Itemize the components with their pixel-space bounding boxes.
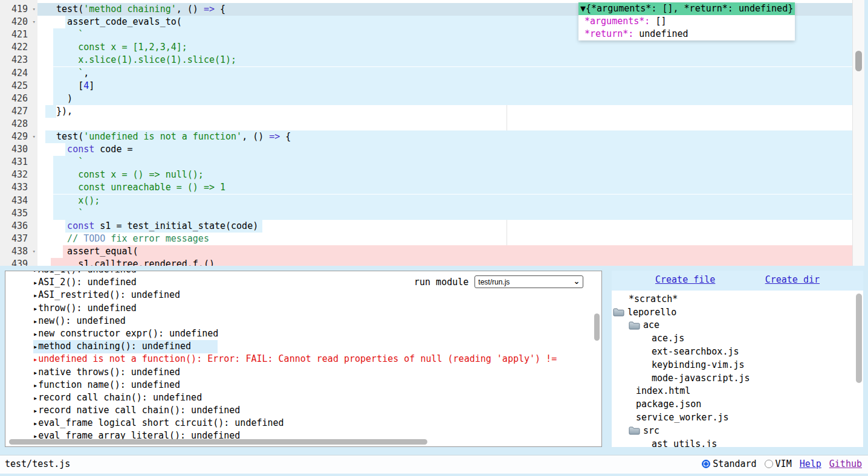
status-bar-controls: Standard VIM Help Github (702, 458, 862, 469)
tree-file[interactable]: index.html (612, 385, 855, 398)
code-line[interactable]: const unreachable = () => 1 (37, 181, 225, 194)
code-line[interactable]: [4] (37, 80, 94, 92)
expand-arrow-icon[interactable]: ▸ (33, 317, 37, 326)
keybinding-standard-option[interactable]: Standard (702, 458, 756, 469)
code-line[interactable]: s1.calltree.rendered.f.() (37, 258, 215, 266)
print-margin-line (507, 105, 507, 130)
code-line[interactable]: ) (37, 92, 73, 105)
gutter-line-number: 423 (0, 54, 37, 66)
code-line[interactable]: test('undefined is not a function', () =… (37, 130, 291, 143)
help-link[interactable]: Help (800, 458, 821, 469)
expand-arrow-icon[interactable]: ▸ (33, 271, 37, 274)
code-line[interactable]: x(); (37, 195, 100, 207)
tree-folder[interactable]: src (612, 424, 855, 437)
tree-item-label: keybinding-vim.js (652, 359, 745, 370)
test-result-row[interactable]: ▸native throws(): undefined (5, 366, 601, 379)
gutter-line-number: 433 (0, 181, 37, 194)
tree-folder[interactable]: ace (612, 319, 855, 332)
test-result-row[interactable]: ▸ASI_restrited(): undefined (5, 289, 601, 301)
tree-file[interactable]: ace.js (612, 332, 855, 345)
tree-scratch-buffer[interactable]: *scratch* (612, 292, 855, 306)
test-result-row[interactable]: ▸eval_frame logical short circuit(): und… (5, 417, 601, 429)
fold-toggle-icon[interactable]: ▾ (33, 245, 36, 258)
expand-arrow-icon[interactable]: ▸ (33, 278, 37, 287)
scrollbar-thumb[interactable] (855, 51, 862, 71)
tree-file[interactable]: service_worker.js (612, 411, 855, 424)
gutter-line-number: 427 (0, 105, 37, 118)
code-line[interactable]: ` (37, 28, 83, 41)
tree-item-label: ast_utils.js (652, 439, 717, 447)
test-result-row[interactable]: ▸new(): undefined (5, 315, 601, 327)
gutter-line-number: 431 (0, 156, 37, 169)
tree-item-label: mode-javascript.js (652, 373, 750, 384)
code-editor[interactable]: test('method chaining', () => { assert_c… (0, 0, 864, 266)
tree-folder[interactable]: leporello (612, 306, 855, 319)
test-result-text: eval_frame logical short circuit(): unde… (38, 417, 283, 428)
files-scrollbar-thumb[interactable] (856, 294, 862, 383)
tooltip-entry: *return*: undefined (578, 28, 795, 40)
expand-arrow-icon[interactable]: ▸ (33, 368, 37, 377)
code-line[interactable]: const code = (37, 143, 133, 156)
fold-toggle-icon[interactable]: ▾ (33, 130, 36, 143)
gutter-line-number: 437 (0, 233, 37, 245)
code-line[interactable]: }), (37, 105, 73, 118)
code-line[interactable] (37, 118, 45, 130)
code-line[interactable]: `, (37, 67, 89, 80)
gutter-line-number: 439 (0, 258, 37, 266)
create-file-link[interactable]: Create file (655, 274, 715, 291)
tree-item-label: service_worker.js (636, 412, 729, 423)
run-module-select[interactable]: test/run.js (474, 275, 583, 288)
code-line[interactable]: const x = [1,2,3,4]; (37, 41, 187, 54)
run-module-label: run module (414, 277, 468, 288)
test-result-row[interactable]: ▸new constructor expr(): undefined (5, 327, 601, 340)
tree-file[interactable]: keybinding-vim.js (612, 358, 855, 371)
code-line[interactable]: const x = () => null(); (37, 169, 204, 181)
code-line[interactable]: // TODO fix error messages (37, 233, 209, 245)
test-result-row[interactable]: ▸function name(): undefined (5, 379, 601, 391)
tree-file[interactable]: mode-javascript.js (612, 371, 855, 385)
expand-arrow-icon[interactable]: ▸ (33, 291, 37, 300)
code-line[interactable]: assert_code_evals_to( (37, 16, 182, 28)
code-line[interactable]: test('method chaining', () => { (37, 3, 225, 16)
code-line[interactable]: ` (37, 156, 83, 169)
expand-arrow-icon[interactable]: ▸ (33, 407, 37, 415)
status-bar: test/test.js Standard VIM Help Github (0, 455, 868, 474)
tree-file[interactable]: ext-searchbox.js (612, 345, 855, 358)
test-result-row[interactable]: ▸method chaining(): undefined (5, 340, 601, 353)
code-line[interactable]: ` (37, 207, 83, 220)
console-vertical-scrollbar[interactable] (594, 314, 600, 341)
github-link[interactable]: Github (829, 458, 862, 469)
test-result-text: ASI_1(): undefined (38, 271, 137, 275)
expand-arrow-icon[interactable]: ▸ (33, 355, 37, 364)
tree-file[interactable]: package.json (612, 397, 855, 411)
gutter-line-number: 438▾ (0, 245, 37, 258)
code-line[interactable]: x.slice(1).slice(1).slice(1); (37, 54, 236, 66)
code-line[interactable]: const s1 = test_initial_state(code) (37, 220, 258, 233)
console-horizontal-scrollbar[interactable] (9, 439, 427, 445)
fold-toggle-icon[interactable]: ▾ (33, 3, 36, 16)
tree-file[interactable]: ast_utils.js (612, 437, 855, 447)
code-line[interactable]: assert_equal( (37, 245, 138, 258)
test-result-row[interactable]: ▸undefined is not a function(): Error: F… (5, 353, 601, 365)
expand-arrow-icon[interactable]: ▸ (33, 394, 37, 402)
fold-toggle-icon[interactable]: ▾ (33, 16, 36, 28)
expand-arrow-icon[interactable]: ▸ (33, 330, 37, 338)
eval-highlight (65, 143, 852, 156)
test-result-row[interactable]: ▸record call chain(): undefined (5, 391, 601, 404)
test-result-row[interactable]: ▸record native call chain(): undefined (5, 404, 601, 417)
editor-gutter: 419▾420▾421422423424425426427428429▾4304… (0, 0, 37, 266)
tooltip-header[interactable]: ▼{*arguments*: [], *return*: undefined} (578, 2, 795, 15)
editor-scrollbar[interactable] (852, 0, 864, 266)
keybinding-vim-option[interactable]: VIM (765, 458, 792, 469)
expand-arrow-icon[interactable]: ▸ (33, 419, 37, 428)
radio-vim-icon[interactable] (765, 460, 773, 468)
eval-highlight (53, 156, 852, 169)
expand-arrow-icon[interactable]: ▸ (33, 304, 37, 313)
radio-standard-icon[interactable] (702, 460, 710, 468)
create-dir-link[interactable]: Create dir (765, 274, 820, 291)
gutter-line-number: 419▾ (0, 3, 37, 16)
value-tooltip: ▼{*arguments*: [], *return*: undefined} … (578, 2, 795, 40)
expand-arrow-icon[interactable]: ▸ (33, 343, 37, 351)
test-result-row[interactable]: ▸throw(): undefined (5, 302, 601, 315)
expand-arrow-icon[interactable]: ▸ (33, 381, 37, 390)
